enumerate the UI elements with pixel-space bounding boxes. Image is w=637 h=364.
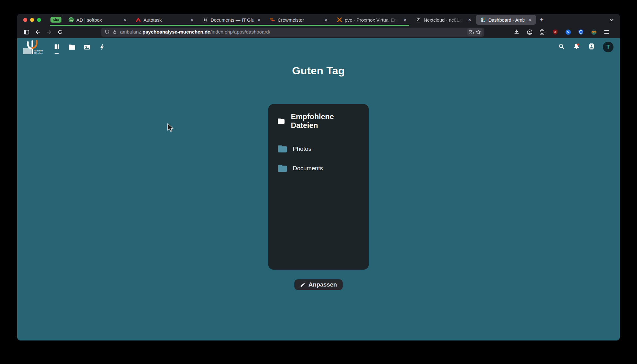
navigation-toolbar: ambulanz.psychoanalyse-muenchen.de/index… — [17, 26, 620, 38]
bitwarden-shield-icon — [578, 29, 584, 35]
sidebar-toggle-button[interactable] — [22, 28, 31, 36]
vimium-icon: V — [565, 29, 571, 35]
tab-title: Documents — IT Glue — [211, 17, 254, 23]
close-tab-icon[interactable]: ✕ — [189, 17, 195, 23]
tab-title: Autotask — [144, 17, 187, 23]
forward-arrow-icon — [46, 29, 52, 35]
toolbar-extensions: UO V — [512, 28, 611, 36]
app-navigation — [49, 38, 109, 56]
app-photos-button[interactable] — [79, 38, 94, 56]
app-activity-button[interactable] — [94, 38, 109, 56]
account-icon — [526, 29, 533, 35]
active-app-indicator — [55, 53, 59, 54]
file-label: Photos — [293, 145, 311, 152]
contacts-button[interactable] — [588, 43, 595, 51]
tab-ad-softbox[interactable]: sbx AD | softbox ✕ — [64, 14, 131, 26]
close-tab-icon[interactable]: ✕ — [323, 17, 329, 23]
url-domain: psychoanalyse-muenchen.de — [143, 29, 210, 34]
contacts-icon — [588, 43, 595, 50]
bookmark-star-icon[interactable] — [475, 29, 481, 35]
svg-text:V: V — [567, 30, 569, 34]
customize-button[interactable]: Anpassen — [294, 279, 343, 290]
hamburger-menu-icon — [603, 29, 610, 35]
forward-button[interactable] — [44, 28, 54, 36]
app-dashboard-button[interactable] — [49, 38, 64, 56]
tab-proxmox[interactable]: pve - Proxmox Virtual Environme ✕ — [332, 14, 411, 26]
search-button[interactable] — [558, 43, 565, 51]
proxmox-favicon-icon — [337, 17, 342, 23]
tab-crewmeister[interactable]: Crewmeister ✕ — [265, 14, 332, 26]
close-tab-icon[interactable]: ✕ — [467, 17, 473, 23]
tab-dashboard-ambulanz[interactable]: Dashboard - Ambulanz ✕ — [476, 15, 536, 25]
tab-autotask[interactable]: Autotask ✕ — [131, 14, 198, 26]
app-menu-button[interactable] — [602, 28, 611, 36]
tab-bar: sbx sbx AD | softbox ✕ Autotask ✕ — [17, 14, 620, 26]
back-button[interactable] — [33, 28, 42, 36]
akademie-logo[interactable]: Akademie München — [23, 40, 44, 55]
widget-file-list: Photos Documents — [277, 144, 360, 174]
list-item[interactable]: Photos — [277, 144, 360, 154]
ublock-shield-icon: UO — [552, 29, 558, 35]
folder-icon — [277, 163, 288, 174]
minimize-window-button[interactable] — [30, 18, 34, 22]
nextcloud-favicon-icon — [416, 17, 421, 23]
activity-lightning-icon — [98, 44, 106, 51]
close-tab-icon[interactable]: ✕ — [122, 17, 128, 23]
container-tab-indicator — [50, 25, 409, 26]
proxy-extension-button[interactable] — [589, 28, 598, 36]
url-text: ambulanz.psychoanalyse-muenchen.de/index… — [120, 29, 467, 35]
close-tab-icon[interactable]: ✕ — [402, 17, 408, 23]
nextcloud-header: Akademie München — [17, 38, 620, 56]
crewmeister-favicon-icon — [270, 17, 275, 23]
account-button[interactable] — [525, 28, 534, 36]
tab-nextcloud[interactable]: Nextcloud - nc01.psychoanalyse ✕ — [411, 14, 476, 26]
widget-title: Empfohlene Dateien — [291, 112, 360, 130]
tab-itglue[interactable]: Documents — IT Glue ✕ — [198, 14, 265, 26]
url-path: /index.php/apps/dashboard/ — [210, 29, 270, 34]
downloads-button[interactable] — [512, 28, 521, 36]
tab-title: Crewmeister — [278, 17, 321, 23]
notification-badge — [577, 44, 579, 46]
ublock-origin-button[interactable]: UO — [550, 28, 560, 36]
svg-text:sbx: sbx — [70, 19, 73, 21]
url-bar[interactable]: ambulanz.psychoanalyse-muenchen.de/index… — [101, 28, 484, 37]
svg-text:UO: UO — [554, 31, 557, 33]
face-glasses-icon — [591, 29, 597, 35]
browser-window: sbx sbx AD | softbox ✕ Autotask ✕ — [17, 14, 620, 340]
new-tab-button[interactable]: + — [536, 14, 547, 26]
reload-icon — [57, 29, 63, 35]
url-prefix: ambulanz. — [120, 29, 143, 34]
container-badge[interactable]: sbx — [50, 17, 61, 23]
ambulanz-favicon-icon — [480, 17, 486, 23]
recommended-files-widget: Empfohlene Dateien Photos Documents — [268, 104, 369, 270]
nextcloud-dashboard-page: Akademie München — [17, 38, 620, 340]
tracking-shield-icon — [104, 29, 110, 35]
page-title: Guten Tag — [17, 65, 620, 77]
list-all-tabs-button[interactable] — [603, 14, 620, 26]
back-arrow-icon — [34, 29, 41, 35]
reload-button[interactable] — [55, 28, 65, 36]
tab-title: pve - Proxmox Virtual Environme — [345, 17, 400, 23]
zoom-window-button[interactable] — [37, 18, 41, 22]
urlbar-end-buttons: A — [467, 28, 482, 36]
close-tab-icon[interactable]: ✕ — [527, 17, 533, 23]
list-item[interactable]: Documents — [277, 163, 360, 174]
notifications-button[interactable] — [573, 43, 580, 51]
close-tab-icon[interactable]: ✕ — [256, 17, 262, 23]
download-icon — [513, 29, 520, 35]
puzzle-icon — [539, 29, 545, 35]
svg-text:A: A — [472, 32, 475, 35]
tab-title: Nextcloud - nc01.psychoanalyse — [424, 17, 464, 23]
bitwarden-button[interactable] — [576, 28, 586, 36]
translate-icon[interactable]: A — [468, 29, 475, 35]
pencil-icon — [300, 282, 305, 288]
close-window-button[interactable] — [23, 18, 27, 22]
avatar[interactable]: T — [603, 42, 613, 52]
extensions-button[interactable] — [538, 28, 547, 36]
header-right-actions: T — [558, 38, 613, 56]
app-files-button[interactable] — [64, 38, 79, 56]
photos-icon — [83, 43, 91, 51]
vimium-button[interactable]: V — [563, 28, 573, 36]
itglue-favicon-icon — [203, 17, 208, 23]
tab-strip: sbx AD | softbox ✕ Autotask ✕ Documents … — [64, 14, 547, 26]
